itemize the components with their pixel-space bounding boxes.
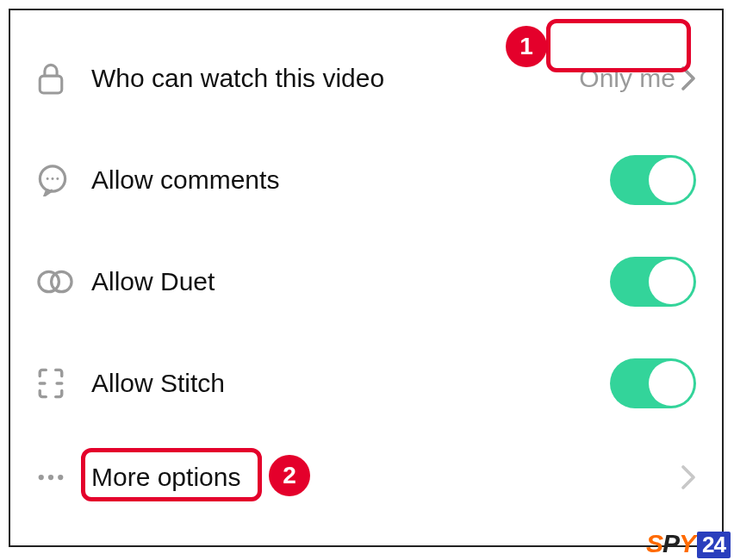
- toggle-knob: [649, 259, 694, 304]
- more-options-label: More options: [91, 463, 675, 492]
- watermark-y: Y: [679, 529, 695, 558]
- svg-point-3: [52, 177, 54, 180]
- privacy-settings-panel: Who can watch this video Only me Allow c…: [9, 9, 724, 547]
- allow-comments-label: Allow comments: [91, 165, 610, 195]
- who-can-watch-value-text: Only me: [579, 64, 675, 93]
- toggle-knob: [649, 361, 694, 406]
- who-can-watch-value[interactable]: Only me: [579, 64, 696, 93]
- chevron-right-icon: [681, 65, 696, 91]
- allow-duet-toggle[interactable]: [610, 257, 696, 307]
- allow-comments-row: Allow comments: [36, 129, 696, 231]
- svg-point-9: [39, 475, 44, 480]
- watermark: SPY24: [646, 529, 731, 558]
- svg-point-10: [48, 475, 53, 480]
- svg-rect-0: [40, 76, 62, 93]
- watermark-24: 24: [697, 532, 731, 558]
- toggle-knob: [649, 158, 694, 202]
- stitch-icon: [36, 366, 91, 401]
- who-can-watch-label: Who can watch this video: [91, 64, 579, 93]
- allow-stitch-toggle[interactable]: [610, 358, 696, 408]
- allow-duet-row: Allow Duet: [36, 231, 696, 333]
- svg-point-2: [47, 177, 49, 180]
- lock-icon: [36, 61, 91, 96]
- who-can-watch-row[interactable]: Who can watch this video Only me: [36, 28, 696, 129]
- svg-point-4: [56, 177, 59, 180]
- allow-duet-label: Allow Duet: [91, 267, 610, 296]
- more-options-row[interactable]: More options: [36, 434, 696, 520]
- comment-icon: [36, 164, 91, 196]
- svg-point-11: [58, 475, 63, 480]
- more-icon: [36, 473, 91, 482]
- allow-stitch-row: Allow Stitch: [36, 333, 696, 434]
- allow-stitch-label: Allow Stitch: [91, 369, 610, 398]
- watermark-p: P: [662, 529, 679, 558]
- watermark-s: S: [646, 529, 662, 558]
- chevron-right-icon: [681, 464, 696, 490]
- duet-icon: [36, 267, 91, 296]
- svg-point-6: [52, 271, 72, 291]
- allow-comments-toggle[interactable]: [610, 155, 696, 205]
